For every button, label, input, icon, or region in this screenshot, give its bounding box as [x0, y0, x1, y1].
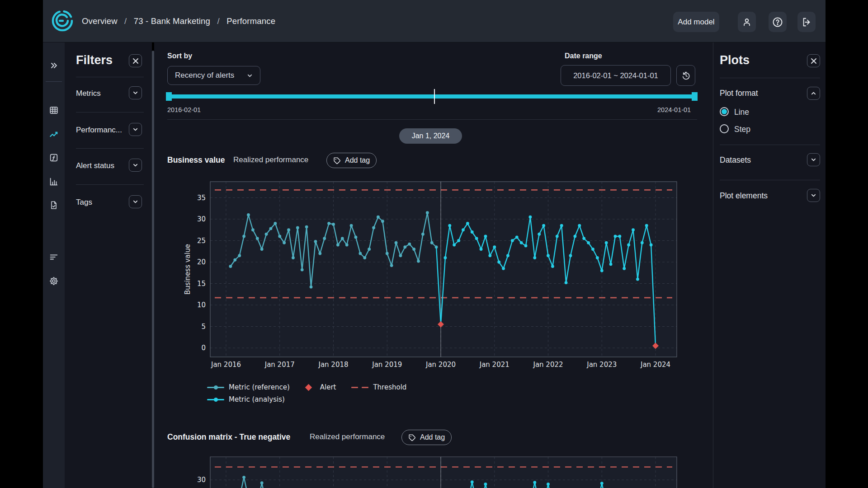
- chart-legend: Metric (reference) Alert Threshold Metri…: [207, 382, 524, 407]
- breadcrumb-page: Performance: [226, 16, 275, 26]
- plot-elements-expand-button[interactable]: [807, 189, 820, 202]
- legend-item-analysis[interactable]: Metric (analysis): [207, 395, 285, 404]
- filter-label: Performanc...: [76, 126, 122, 135]
- plots-close-button[interactable]: [807, 54, 820, 67]
- expand-sidebar-icon[interactable]: [43, 57, 65, 74]
- svg-text:Jan 2018: Jan 2018: [318, 361, 348, 369]
- filter-label: Alert status: [76, 161, 114, 170]
- chevron-down-icon: [247, 73, 253, 79]
- svg-text:5: 5: [201, 323, 206, 331]
- date-slider-track[interactable]: [169, 94, 695, 99]
- svg-text:0: 0: [201, 344, 206, 352]
- chevron-down-icon: [132, 127, 138, 132]
- help-button[interactable]: [769, 12, 787, 32]
- datasets-expand-button[interactable]: [807, 153, 820, 166]
- radio-selected-icon: [720, 107, 729, 116]
- function-icon[interactable]: [43, 150, 65, 166]
- svg-text:Jan 2024: Jan 2024: [640, 361, 670, 369]
- add-tag-label: Add tag: [420, 433, 445, 441]
- section1-title: Business value: [167, 155, 225, 165]
- svg-text:20: 20: [197, 258, 206, 266]
- filters-close-button[interactable]: [129, 54, 142, 67]
- sort-by-dropdown[interactable]: Recency of alerts: [167, 66, 260, 85]
- top-bar: Overview / 73 - Bank Marketing / Perform…: [43, 0, 826, 42]
- date-range-value: 2016-02-01 ~ 2024-01-01: [573, 71, 658, 80]
- datasets-label: Datasets: [720, 155, 751, 165]
- section2-title: Confusion matrix - True negative: [167, 432, 290, 442]
- add-tag-label: Add tag: [345, 156, 370, 164]
- filter-label: Metrics: [76, 89, 101, 98]
- svg-text:30: 30: [197, 476, 206, 484]
- breadcrumb-model[interactable]: 73 - Bank Marketing: [134, 16, 210, 26]
- document-check-icon[interactable]: [43, 197, 65, 213]
- logout-button[interactable]: [797, 12, 816, 32]
- help-icon: [772, 17, 783, 28]
- tags-dropdown-button[interactable]: [129, 195, 142, 208]
- svg-text:Jan 2017: Jan 2017: [264, 361, 295, 369]
- app-logo[interactable]: [51, 9, 74, 33]
- add-model-button[interactable]: Add model: [673, 12, 719, 32]
- metrics-dropdown-button[interactable]: [129, 86, 142, 99]
- app: Overview / 73 - Bank Marketing / Perform…: [0, 0, 868, 488]
- alert-diamond-icon: [305, 384, 312, 391]
- slider-start-label: 2016-02-01: [167, 106, 201, 113]
- date-slider-handle-start[interactable]: [166, 92, 172, 101]
- legend-item-reference[interactable]: Metric (reference): [207, 383, 290, 391]
- section1-subtitle: Realized performance: [233, 155, 308, 164]
- business-value-chart[interactable]: Jan 2016Jan 2017Jan 2018Jan 2019Jan 2020…: [172, 176, 705, 375]
- date-range-reset-button[interactable]: [676, 65, 695, 86]
- chevron-down-icon: [811, 157, 816, 163]
- slider-cursor[interactable]: [434, 89, 435, 104]
- date-range-label: Date range: [565, 52, 602, 60]
- sort-by-label: Sort by: [167, 52, 192, 60]
- metrics-trend-icon[interactable]: [43, 127, 65, 143]
- legend-item-alert[interactable]: Alert: [305, 383, 336, 391]
- chevron-up-icon: [811, 90, 816, 96]
- data-table-icon[interactable]: [43, 102, 65, 118]
- breadcrumb-separator: /: [217, 16, 219, 26]
- svg-text:10: 10: [197, 301, 206, 309]
- user-button[interactable]: [738, 12, 756, 32]
- user-icon: [742, 17, 752, 27]
- radio-label: Line: [734, 108, 749, 117]
- filters-panel: Filters Metrics Performanc... Alert stat…: [65, 42, 152, 488]
- section1-add-tag-button[interactable]: Add tag: [326, 153, 377, 168]
- chevron-down-icon: [132, 199, 138, 205]
- svg-text:Jan 2023: Jan 2023: [586, 361, 617, 369]
- plots-title: Plots: [720, 53, 750, 67]
- section2-add-tag-button[interactable]: Add tag: [401, 430, 452, 445]
- settings-gear-icon[interactable]: [43, 273, 65, 289]
- filter-label: Tags: [76, 198, 92, 207]
- slider-end-label: 2024-01-01: [657, 106, 691, 113]
- filter-list-icon[interactable]: [43, 249, 65, 265]
- svg-text:Jan 2021: Jan 2021: [479, 361, 509, 369]
- date-slider-handle-end[interactable]: [692, 92, 698, 101]
- svg-text:30: 30: [197, 215, 206, 223]
- plot-format-collapse-button[interactable]: [807, 87, 820, 100]
- confusion-matrix-chart[interactable]: 30: [172, 452, 705, 488]
- performance-dropdown-button[interactable]: [129, 123, 142, 136]
- chevron-down-icon: [132, 162, 138, 168]
- svg-text:15: 15: [197, 280, 206, 288]
- svg-text:35: 35: [197, 194, 206, 202]
- main-content: Sort by Recency of alerts Date range 201…: [154, 42, 713, 488]
- date-range-input[interactable]: 2016-02-01 ~ 2024-01-01: [561, 65, 671, 86]
- threshold-dash-icon: [351, 387, 368, 388]
- plot-format-label: Plot format: [720, 89, 758, 98]
- chevron-down-icon: [811, 192, 816, 198]
- close-icon: [132, 58, 139, 64]
- breadcrumb-overview[interactable]: Overview: [82, 16, 118, 26]
- tag-icon: [408, 434, 416, 441]
- breadcrumb: Overview / 73 - Bank Marketing / Perform…: [82, 16, 275, 26]
- legend-item-threshold[interactable]: Threshold: [351, 383, 406, 391]
- breadcrumb-separator: /: [124, 16, 127, 26]
- plot-elements-label: Plot elements: [720, 191, 768, 201]
- bar-chart-icon[interactable]: [43, 174, 65, 190]
- svg-text:Jan 2019: Jan 2019: [372, 361, 402, 369]
- filters-title: Filters: [76, 53, 113, 67]
- logo-icon: [51, 9, 74, 33]
- alert-status-dropdown-button[interactable]: [129, 159, 142, 172]
- history-clock-icon: [681, 71, 691, 80]
- svg-text:Jan 2022: Jan 2022: [533, 361, 563, 369]
- section2-subtitle: Realized performance: [310, 432, 385, 441]
